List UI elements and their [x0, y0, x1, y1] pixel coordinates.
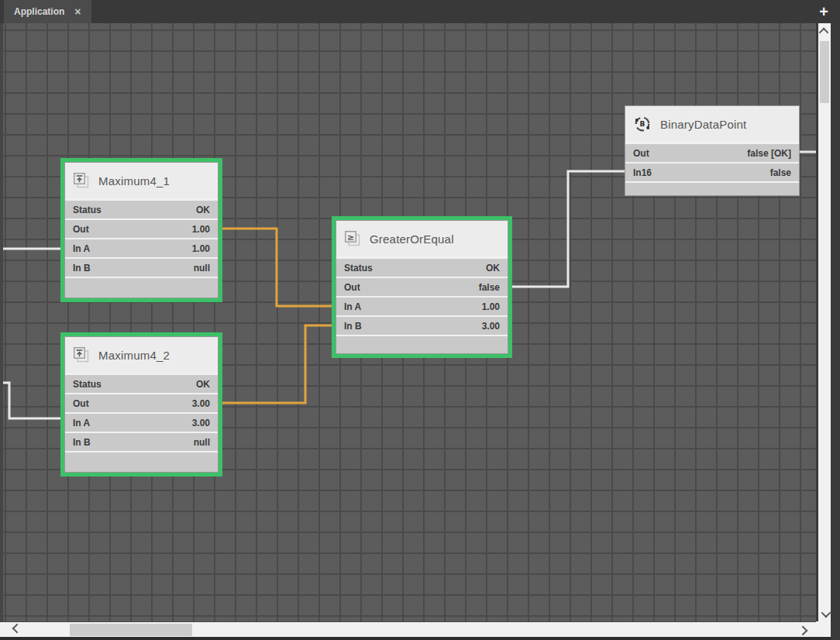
- row-label: In16: [633, 167, 652, 178]
- row-label: Status: [344, 263, 373, 274]
- row-value: 3.00: [192, 418, 210, 428]
- node-row-out[interactable]: Out1.00: [65, 220, 218, 239]
- tab-bar: Application × +: [0, 0, 840, 23]
- maximum-icon: [73, 346, 90, 363]
- tab-application[interactable]: Application ×: [4, 0, 91, 23]
- row-value: false: [479, 282, 500, 293]
- row-label: In A: [73, 418, 90, 428]
- row-value: null: [194, 263, 210, 274]
- row-value: 1.00: [482, 301, 500, 312]
- row-value: OK: [486, 263, 500, 274]
- node-maximum4-2[interactable]: Maximum4_2StatusOKOut3.00In A3.00In Bnul…: [64, 336, 219, 473]
- row-value: 1.00: [192, 243, 210, 254]
- window-bottom-edge: [0, 637, 831, 640]
- binary-data-point-icon: B: [633, 115, 652, 133]
- greater-or-equal-icon: ≥: [344, 230, 361, 247]
- scroll-right-button[interactable]: [796, 622, 811, 637]
- node-footer: [65, 452, 218, 472]
- row-value: OK: [196, 379, 210, 390]
- node-row-status[interactable]: StatusOK: [336, 259, 508, 278]
- row-value: false [OK]: [747, 148, 791, 159]
- row-label: In A: [73, 243, 90, 254]
- add-tab-button[interactable]: +: [815, 0, 832, 23]
- node-row-in-b[interactable]: In B3.00: [336, 317, 508, 336]
- row-value: 3.00: [482, 321, 500, 332]
- maximum-icon: [73, 172, 90, 189]
- row-label: Out: [344, 282, 360, 293]
- node-footer: [625, 183, 799, 195]
- node-title: Maximum4_2: [98, 349, 170, 362]
- vertical-scrollbar[interactable]: [816, 23, 831, 621]
- node-footer: [336, 336, 508, 353]
- node-header[interactable]: BBinaryDataPoint: [625, 106, 799, 142]
- node-footer: [65, 278, 218, 298]
- node-row-out[interactable]: Outfalse: [336, 278, 508, 298]
- node-greater-or-equal[interactable]: ≥GreaterOrEqualStatusOKOutfalseIn A1.00I…: [336, 220, 508, 354]
- chevron-right-icon: [797, 626, 807, 636]
- row-value: false: [770, 167, 791, 178]
- node-row-out[interactable]: Out3.00: [65, 394, 218, 414]
- row-label: In B: [73, 437, 91, 448]
- nodes-layer: Maximum4_1StatusOKOut1.00In A1.00In Bnul…: [0, 23, 816, 621]
- scrollbar-corner: [816, 621, 831, 637]
- node-header[interactable]: Maximum4_1: [65, 163, 218, 198]
- row-label: Status: [73, 205, 102, 215]
- node-row-in-a[interactable]: In A1.00: [336, 298, 508, 317]
- row-label: In B: [73, 263, 91, 274]
- row-label: Out: [73, 398, 89, 409]
- wiresheet-canvas[interactable]: Maximum4_1StatusOKOut1.00In A1.00In Bnul…: [0, 23, 816, 621]
- node-title: Maximum4_1: [98, 174, 170, 188]
- node-row-in16[interactable]: In16false: [625, 163, 799, 183]
- row-value: null: [194, 437, 210, 448]
- vertical-scrollbar-thumb[interactable]: [820, 41, 829, 103]
- row-value: 1.00: [192, 224, 210, 235]
- row-label: In A: [344, 301, 361, 312]
- node-row-in-b[interactable]: In Bnull: [65, 259, 218, 278]
- row-label: Status: [73, 379, 102, 390]
- horizontal-scrollbar-thumb[interactable]: [70, 624, 192, 636]
- node-row-in-a[interactable]: In A1.00: [65, 239, 218, 259]
- node-title: GreaterOrEqual: [370, 232, 454, 246]
- row-label: Out: [73, 224, 89, 235]
- chevron-left-icon: [12, 624, 22, 634]
- node-row-status[interactable]: StatusOK: [65, 375, 218, 394]
- tab-label: Application: [14, 6, 64, 17]
- scroll-left-button[interactable]: [8, 622, 23, 637]
- node-row-out[interactable]: Outfalse [OK]: [625, 144, 799, 163]
- horizontal-scrollbar[interactable]: [0, 621, 816, 637]
- tab-close-icon[interactable]: ×: [74, 6, 81, 17]
- node-maximum4-1[interactable]: Maximum4_1StatusOKOut1.00In A1.00In Bnul…: [64, 162, 219, 298]
- chevron-up-icon: [818, 27, 828, 37]
- row-value: 3.00: [192, 398, 210, 409]
- svg-text:≥: ≥: [347, 232, 354, 243]
- svg-text:B: B: [640, 120, 645, 128]
- scroll-down-button[interactable]: [818, 607, 831, 621]
- row-label: In B: [344, 321, 362, 332]
- node-row-in-a[interactable]: In A3.00: [65, 414, 218, 433]
- scroll-up-button[interactable]: [818, 24, 831, 38]
- window-right-edge: [831, 23, 840, 640]
- node-title: BinaryDataPoint: [660, 118, 746, 131]
- chevron-down-icon: [821, 607, 831, 618]
- node-header[interactable]: Maximum4_2: [65, 337, 218, 373]
- node-binary-data-point[interactable]: BBinaryDataPointOutfalse [OK]In16false: [625, 105, 800, 196]
- node-row-in-b[interactable]: In Bnull: [65, 433, 218, 452]
- row-label: Out: [633, 148, 649, 159]
- node-header[interactable]: ≥GreaterOrEqual: [336, 221, 508, 256]
- node-row-status[interactable]: StatusOK: [65, 201, 218, 220]
- canvas-left-edge: [0, 23, 3, 621]
- row-value: OK: [196, 205, 210, 215]
